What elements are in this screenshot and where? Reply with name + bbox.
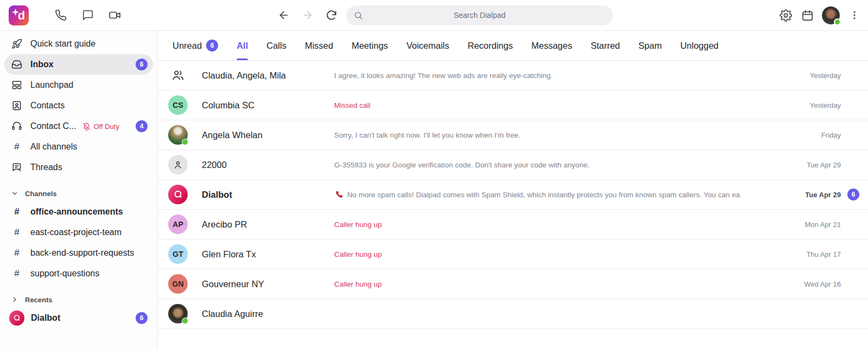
conversation-name: Gouverneur NY	[202, 279, 334, 289]
tab-label: Spam	[639, 41, 662, 51]
sidebar-item-inbox[interactable]: Inbox 6	[4, 54, 153, 75]
channels-section-header[interactable]: Channels	[4, 185, 153, 202]
conversation-name: Claudia Aguirre	[202, 309, 334, 319]
red-phone-icon	[334, 190, 343, 199]
conversation-row[interactable]: CS Columbia SC Missed call Yesterday	[158, 90, 868, 120]
sidebar-item-label: Dialbot	[31, 313, 60, 323]
initials-avatar: GN	[168, 274, 188, 294]
sidebar-item-dialbot[interactable]: Dialbot 6	[4, 308, 153, 328]
conversation-row[interactable]: 22000 G-355933 is your Google verificati…	[158, 150, 868, 180]
conversation-date: Friday	[821, 131, 841, 139]
conversation-row[interactable]: AP Arecibo PR Caller hung up Mon Apr 21	[158, 210, 868, 239]
tab-meetings[interactable]: Meetings	[352, 31, 388, 60]
recents-header-label: Recents	[25, 296, 53, 304]
sidebar-item-all-channels[interactable]: # All channels	[4, 137, 153, 157]
sidebar-item-label: Contacts	[30, 101, 65, 111]
sparkle-icon	[12, 9, 19, 16]
conversation-name: Glen Flora Tx	[202, 249, 334, 260]
sidebar: Quick start guide Inbox 6 Launchpad Cont…	[0, 31, 158, 350]
conversation-preview: Caller hung up	[334, 280, 795, 288]
tab-label: Calls	[266, 41, 286, 51]
contact-center-badge: 4	[136, 120, 148, 132]
recents-section-header[interactable]: Recents	[4, 291, 153, 308]
group-avatar-icon	[168, 66, 188, 85]
conversation-list: Claudia, Angela, Mila I agree, it looks …	[158, 61, 868, 350]
phone-icon[interactable]	[54, 8, 68, 22]
calendar-icon[interactable]	[800, 8, 814, 22]
video-icon[interactable]	[108, 8, 122, 22]
forward-icon[interactable]	[301, 8, 315, 22]
tab-all[interactable]: All	[237, 31, 248, 60]
back-icon[interactable]	[277, 8, 291, 22]
sidebar-channel-east-coast-project-team[interactable]: # east-coast-project-team	[4, 222, 153, 243]
settings-gear-icon[interactable]	[778, 8, 793, 22]
tab-label: Meetings	[352, 41, 388, 51]
tab-label: Voicemails	[406, 41, 449, 51]
bell-slash-icon	[82, 122, 91, 131]
dialbot-badge: 6	[136, 312, 148, 324]
conversation-date: Tue Apr 29	[807, 161, 841, 169]
search-icon	[354, 11, 363, 20]
tab-label: Messages	[531, 41, 572, 51]
hash-icon: #	[11, 248, 23, 258]
chevron-down-icon	[11, 190, 18, 197]
tab-recordings[interactable]: Recordings	[468, 31, 513, 60]
conversation-date: Yesterday	[810, 72, 841, 80]
sidebar-item-quick-start-guide[interactable]: Quick start guide	[4, 34, 153, 54]
tab-unlogged[interactable]: Unlogged	[680, 31, 719, 60]
conversation-date: Mon Apr 21	[805, 221, 841, 229]
conversation-name: Dialbot	[202, 190, 334, 200]
tab-missed[interactable]: Missed	[305, 31, 333, 60]
initials-avatar: CS	[168, 95, 188, 115]
off-duty-status: Off Duty	[82, 122, 119, 131]
conversation-date: Thu Apr 17	[806, 250, 841, 258]
tab-label: Missed	[305, 41, 333, 51]
conversation-preview: Missed call	[334, 101, 801, 109]
sidebar-channel-support-questions[interactable]: # support-questions	[4, 263, 153, 284]
dialpad-logo[interactable]: d	[9, 5, 29, 25]
conversation-row[interactable]: Dialbot No more spam calls! Dialpad come…	[158, 180, 868, 210]
dialbot-avatar-icon	[168, 185, 188, 204]
inbox-icon	[11, 59, 23, 70]
channels-header-label: Channels	[25, 190, 57, 198]
unread-tab-badge: 6	[206, 40, 218, 51]
tab-starred[interactable]: Starred	[591, 31, 620, 60]
sidebar-item-launchpad[interactable]: Launchpad	[4, 75, 153, 95]
tab-messages[interactable]: Messages	[531, 31, 572, 60]
conversation-unread-badge: 6	[847, 189, 859, 200]
sidebar-item-contact-center[interactable]: Contact C... Off Duty 4	[4, 116, 153, 137]
launchpad-icon	[11, 80, 23, 90]
chat-icon[interactable]	[81, 8, 95, 22]
tab-calls[interactable]: Calls	[266, 31, 286, 60]
sidebar-item-contacts[interactable]: Contacts	[4, 95, 153, 116]
hash-icon: #	[11, 206, 23, 217]
user-avatar[interactable]	[822, 7, 840, 24]
conversation-date: Wed Apr 16	[804, 280, 841, 288]
main-content: Unread 6 All Calls Missed Meetings Voice…	[158, 31, 868, 350]
conversation-row[interactable]: GN Gouverneur NY Caller hung up Wed Apr …	[158, 269, 868, 299]
dialbot-logo-icon	[9, 310, 24, 326]
chevron-right-icon	[11, 296, 18, 303]
off-duty-label: Off Duty	[93, 122, 119, 131]
hash-icon: #	[11, 227, 23, 238]
search-input[interactable]	[346, 5, 613, 25]
tab-voicemails[interactable]: Voicemails	[406, 31, 449, 60]
search-bar[interactable]	[346, 5, 613, 25]
conversation-row[interactable]: Claudia, Angela, Mila I agree, it looks …	[158, 61, 868, 90]
sidebar-channel-office-announcements[interactable]: # office-announcements	[4, 202, 153, 222]
conversation-preview: I agree, it looks amazing! The new web a…	[334, 72, 801, 80]
sidebar-item-label: Threads	[30, 163, 62, 172]
sidebar-item-threads[interactable]: Threads	[4, 157, 153, 178]
kebab-menu-icon[interactable]	[847, 8, 861, 22]
tab-unread[interactable]: Unread 6	[173, 31, 218, 60]
sidebar-channel-back-end-support-requests[interactable]: # back-end-support-requests	[4, 243, 153, 263]
refresh-icon[interactable]	[324, 8, 339, 22]
rocket-icon	[11, 38, 23, 49]
conversation-date: Tue Apr 29	[805, 191, 841, 199]
conversation-preview: Sorry, I can't talk right now. I'll let …	[334, 131, 813, 139]
conversation-row[interactable]: Angela Whelan Sorry, I can't talk right …	[158, 120, 868, 150]
conversation-preview: G-355933 is your Google verification cod…	[334, 161, 798, 169]
conversation-row[interactable]: Claudia Aguirre	[158, 299, 868, 329]
tab-spam[interactable]: Spam	[639, 31, 662, 60]
conversation-row[interactable]: GT Glen Flora Tx Caller hung up Thu Apr …	[158, 239, 868, 269]
